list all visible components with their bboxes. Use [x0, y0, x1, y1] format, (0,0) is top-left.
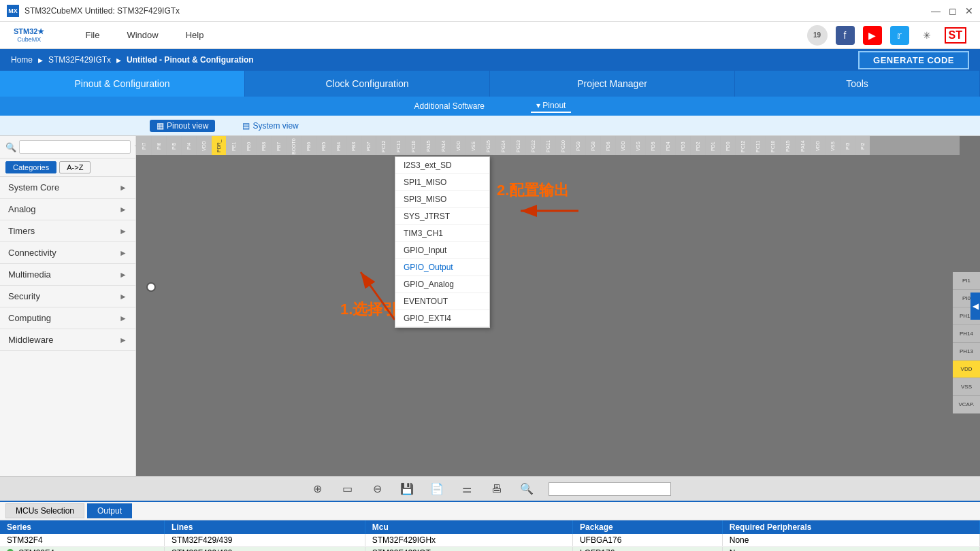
pin-right-pi1[interactable]: PI1: [953, 272, 980, 290]
pin-right-vdd[interactable]: VDD: [953, 361, 980, 378]
context-item-eventout[interactable]: EVENTOUT: [395, 293, 489, 310]
sidebar-item-security[interactable]: Security ►: [0, 286, 135, 307]
pin-pd2b[interactable]: PD2: [690, 136, 705, 155]
pin-pd3b[interactable]: PD3: [675, 136, 690, 155]
breadcrumb-home[interactable]: Home: [11, 55, 33, 65]
file-menu[interactable]: File: [85, 30, 99, 40]
window-menu[interactable]: Window: [127, 30, 158, 40]
pin-pi4[interactable]: PI4: [181, 136, 196, 155]
pin-pe1[interactable]: PE1: [226, 136, 241, 155]
pin-pc12[interactable]: PC12: [376, 136, 391, 155]
context-item-tim3ch1[interactable]: TIM3_CH1: [395, 225, 489, 242]
context-item-gpio-input[interactable]: GPIO_Input: [395, 242, 489, 259]
pin-pi6[interactable]: PI6: [151, 136, 166, 155]
pin-pb6[interactable]: PB6: [301, 136, 316, 155]
facebook-icon[interactable]: f: [836, 26, 855, 45]
sub-tab-pinout[interactable]: ▾ Pinout: [531, 99, 571, 113]
pin-pg10[interactable]: PG10: [555, 136, 570, 155]
collapse-sidebar-button[interactable]: ◀: [970, 293, 980, 320]
context-item-gpio-exti4[interactable]: GPIO_EXTI4: [395, 310, 489, 327]
bottom-tab-output[interactable]: Output: [87, 503, 132, 518]
pin-vss1[interactable]: VSS: [466, 136, 480, 155]
context-item-spi3miso[interactable]: SPI3_MISO: [395, 191, 489, 208]
sidebar-item-multimedia[interactable]: Multimedia ►: [0, 264, 135, 286]
context-item-sysjtrst[interactable]: SYS_JTRST: [395, 208, 489, 225]
generate-code-button[interactable]: GENERATE CODE: [858, 51, 969, 69]
pin-pg11[interactable]: PG11: [540, 136, 555, 155]
network-icon[interactable]: ✳: [917, 26, 936, 45]
sub-tab-additional-software[interactable]: Additional Software: [409, 100, 490, 112]
pin-pd4b[interactable]: PD4: [660, 136, 675, 155]
pin-pb4[interactable]: PB4: [331, 136, 346, 155]
pin-right-vss[interactable]: VSS: [953, 378, 980, 396]
toolbar-search-input[interactable]: [549, 482, 671, 496]
pin-pg15[interactable]: PG15: [480, 136, 495, 155]
pin-pb8[interactable]: PB8: [256, 136, 271, 155]
sidebar-tab-az[interactable]: A->Z: [59, 161, 91, 173]
pin-pa14b[interactable]: PA14: [795, 136, 810, 155]
sidebar-item-system-core[interactable]: System Core ►: [0, 177, 135, 199]
split-button[interactable]: ⚌: [459, 481, 475, 497]
pin-pc11[interactable]: PC11: [391, 136, 406, 155]
pin-pg8[interactable]: PG8: [585, 136, 600, 155]
pin-pc12b[interactable]: PC12: [735, 136, 750, 155]
maximize-button[interactable]: ◻: [949, 5, 957, 16]
pinout-view-button[interactable]: ▦ Pinout view: [150, 120, 215, 132]
sidebar-tab-categories[interactable]: Categories: [5, 161, 56, 173]
breadcrumb-mcu[interactable]: STM32F429IGTx: [48, 55, 111, 65]
system-view-button[interactable]: ▤ System view: [235, 120, 305, 132]
pin-vdd1[interactable]: VDD: [196, 136, 211, 155]
pin-pd6b[interactable]: PD6: [600, 136, 615, 155]
context-item-gpio-output[interactable]: GPIO_Output: [395, 259, 489, 276]
pin-pb7[interactable]: PB7: [271, 136, 286, 155]
pin-pc11b[interactable]: PC11: [750, 136, 765, 155]
pin-pi5[interactable]: PI5: [166, 136, 181, 155]
pinout-area[interactable]: PI7 PI6 PI5 PI4 VDD PDR_ PE1 PE0 PB8 PB7…: [136, 136, 980, 476]
pin-pa15[interactable]: PA15: [421, 136, 436, 155]
close-button[interactable]: ✕: [965, 5, 973, 16]
pin-pe0[interactable]: PE0: [241, 136, 256, 155]
sidebar-item-middleware[interactable]: Middleware ►: [0, 329, 135, 351]
pin-pdr[interactable]: PDR_: [211, 136, 226, 155]
table-row[interactable]: STM32F4 STM32F429/439 STM32F429IGTx LQFP…: [0, 547, 980, 552]
pin-right-vcap[interactable]: VCAP.: [953, 396, 980, 414]
minimize-button[interactable]: —: [931, 5, 941, 16]
print-button[interactable]: 🖶: [489, 481, 505, 497]
badge-icon[interactable]: 19: [807, 25, 828, 46]
pin-pa15b[interactable]: PA15: [780, 136, 795, 155]
pin-right-ph13[interactable]: PH13: [953, 343, 980, 361]
help-menu[interactable]: Help: [186, 30, 204, 40]
pin-vdd4[interactable]: VDD: [810, 136, 825, 155]
tab-tools[interactable]: Tools: [735, 71, 980, 97]
table-row[interactable]: STM32F4 STM32F429/439 STM32F429IGHx UFBG…: [0, 534, 980, 547]
pin-pi2[interactable]: PI2: [855, 136, 870, 155]
context-item-i2s3[interactable]: I2S3_ext_SD: [395, 157, 489, 174]
pin-pg12[interactable]: PG12: [525, 136, 540, 155]
bottom-tab-mcus[interactable]: MCUs Selection: [5, 503, 84, 518]
pin-pb3[interactable]: PB3: [346, 136, 361, 155]
pin-pb5[interactable]: PB5: [316, 136, 331, 155]
pin-vdd2[interactable]: VDD: [451, 136, 466, 155]
search-input[interactable]: [19, 140, 131, 154]
tab-project-manager[interactable]: Project Manager: [490, 71, 735, 97]
pin-pg9[interactable]: PG9: [570, 136, 585, 155]
pin-vss2[interactable]: VSS: [630, 136, 645, 155]
pin-pc10[interactable]: PC10: [406, 136, 421, 155]
import-button[interactable]: 📄: [429, 481, 445, 497]
pin-pd0b[interactable]: PD0: [720, 136, 735, 155]
tab-pinout-configuration[interactable]: Pinout & Configuration: [0, 71, 245, 97]
pin-pi3[interactable]: PI3: [840, 136, 855, 155]
context-item-gpio-analog[interactable]: GPIO_Analog: [395, 276, 489, 293]
pin-pa14[interactable]: PA14: [436, 136, 451, 155]
sidebar-item-analog[interactable]: Analog ►: [0, 199, 135, 220]
pin-boot0[interactable]: BOOT0: [286, 136, 301, 155]
pin-pd5b[interactable]: PD5: [645, 136, 660, 155]
pin-right-ph14[interactable]: PH14: [953, 325, 980, 343]
zoom-out-button[interactable]: ⊖: [369, 481, 385, 497]
twitter-icon[interactable]: 𝕣: [890, 26, 909, 45]
youtube-icon[interactable]: ▶: [863, 26, 882, 45]
sidebar-item-connectivity[interactable]: Connectivity ►: [0, 242, 135, 264]
pin-pi7[interactable]: PI7: [136, 136, 151, 155]
export-button[interactable]: 💾: [399, 481, 415, 497]
pin-vss3[interactable]: VSS: [825, 136, 840, 155]
